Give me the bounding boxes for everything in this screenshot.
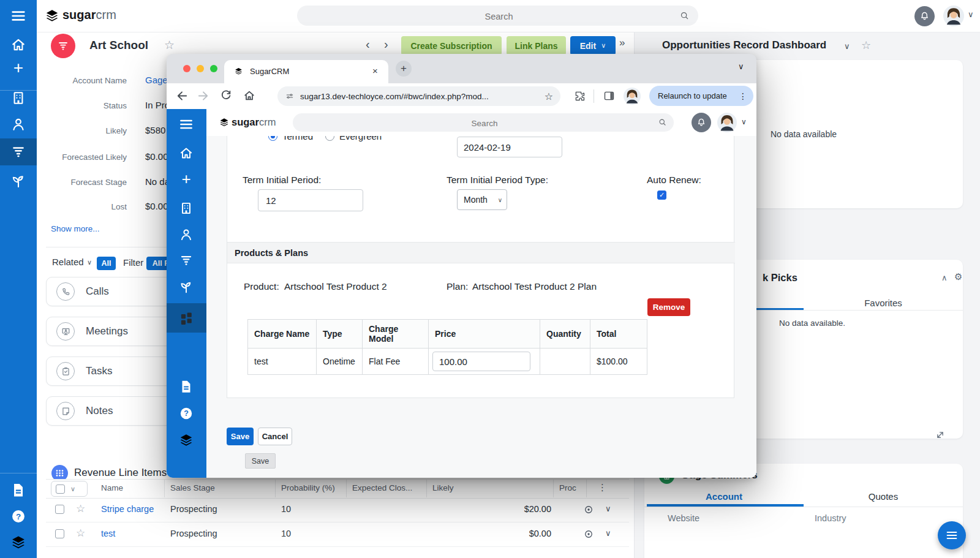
dashboard-star-icon[interactable]: ☆ xyxy=(861,39,871,52)
relaunch-to-update-button[interactable]: Relaunch to update ⋮ xyxy=(649,86,753,106)
window-zoom-light[interactable] xyxy=(210,65,217,72)
global-search[interactable] xyxy=(297,6,698,26)
forward-icon[interactable] xyxy=(196,89,210,103)
record-next-icon[interactable]: › xyxy=(384,37,388,51)
notifications-button[interactable] xyxy=(914,6,935,26)
save-button[interactable]: Save xyxy=(227,428,254,445)
select-menu-chevron-icon[interactable]: ∨ xyxy=(70,485,75,493)
col-probability[interactable]: Probability (%) xyxy=(281,483,335,492)
link-plans-button[interactable]: Link Plans xyxy=(507,36,566,55)
col-expected-close[interactable]: Expected Clos... xyxy=(352,483,412,492)
gear-icon[interactable]: ⚙ xyxy=(954,271,962,282)
record-prev-icon[interactable]: ‹ xyxy=(366,37,370,51)
profile-chevron-down-icon[interactable]: ∨ xyxy=(968,10,974,19)
row-checkbox[interactable] xyxy=(55,505,64,514)
bwc-active-module[interactable] xyxy=(167,303,206,333)
sidebar-item-accounts[interactable] xyxy=(10,89,27,107)
browser-tab[interactable]: SugarCRM × xyxy=(224,60,388,83)
extensions-puzzle-icon[interactable] xyxy=(573,89,586,102)
row-expand-chevron-icon[interactable]: ∨ xyxy=(605,529,611,538)
window-minimize-light[interactable] xyxy=(197,65,204,72)
bwc-opportunities-icon[interactable] xyxy=(178,252,194,268)
window-close-light[interactable] xyxy=(183,65,190,72)
table-settings-kebab-icon[interactable]: ⋮ xyxy=(598,482,607,493)
term-period-input[interactable] xyxy=(258,189,363,211)
related-all-pill[interactable]: All xyxy=(97,257,116,270)
sidebar-item-documents[interactable] xyxy=(10,481,27,499)
bwc-sugar-apps-icon[interactable] xyxy=(178,432,194,448)
bwc-accounts-icon[interactable] xyxy=(178,200,194,216)
col-sales-stage[interactable]: Sales Stage xyxy=(170,483,215,492)
col-likely[interactable]: Likely xyxy=(432,483,454,492)
table-row[interactable]: ☆ test Prospecting 10 $0.00 ∨ xyxy=(46,522,629,547)
bwc-leads-icon[interactable] xyxy=(178,279,194,295)
tab-account[interactable]: Account xyxy=(644,489,804,503)
term-type-select[interactable]: Month ∨ xyxy=(457,189,507,210)
browser-profile-avatar[interactable] xyxy=(624,88,641,105)
create-subscription-button[interactable]: Create Subscription xyxy=(401,36,502,55)
back-icon[interactable] xyxy=(175,89,189,103)
collapse-chevron-up-icon[interactable]: ∧ xyxy=(941,273,948,282)
col-name[interactable]: Name xyxy=(101,483,123,492)
address-bar[interactable]: sugar13.dev-techloyce.com/#bwc/index.php… xyxy=(277,86,560,106)
row-star-icon[interactable]: ☆ xyxy=(76,527,85,540)
radio-evergreen-label[interactable]: Evergreen xyxy=(339,136,382,141)
tab-quotes[interactable]: Quotes xyxy=(804,489,963,503)
row-name-link[interactable]: test xyxy=(101,529,115,538)
global-search-input[interactable] xyxy=(297,6,701,27)
tab-favorites[interactable]: Favorites xyxy=(804,295,963,310)
bwc-documents-icon[interactable] xyxy=(178,379,194,394)
radio-evergreen[interactable] xyxy=(325,136,334,141)
sidebar-menu-button[interactable] xyxy=(0,0,37,32)
browser-home-icon[interactable] xyxy=(243,89,256,102)
favorite-star-icon[interactable]: ☆ xyxy=(164,38,175,52)
related-chevron-down-icon[interactable]: ∨ xyxy=(87,258,92,266)
related-label[interactable]: Related xyxy=(52,257,84,267)
tab-close-icon[interactable]: × xyxy=(372,66,378,76)
row-checkbox[interactable] xyxy=(55,529,64,538)
bwc-user-avatar[interactable] xyxy=(717,113,737,132)
dashboard-chevron-down-icon[interactable]: ∨ xyxy=(844,42,850,51)
row-star-icon[interactable]: ☆ xyxy=(76,502,85,515)
show-more-link[interactable]: Show more... xyxy=(51,224,100,233)
bwc-home-icon[interactable] xyxy=(178,145,194,161)
row-name-link[interactable]: Stripe charge xyxy=(101,504,154,514)
bwc-notifications-button[interactable] xyxy=(692,113,711,132)
reload-icon[interactable] xyxy=(219,89,233,102)
user-avatar[interactable] xyxy=(943,6,964,26)
bwc-help-icon[interactable] xyxy=(178,405,194,421)
sidebar-item-leads[interactable] xyxy=(10,172,27,189)
resize-icon[interactable] xyxy=(934,429,946,441)
select-all-control[interactable]: ∨ xyxy=(51,481,88,497)
row-preview-icon[interactable] xyxy=(583,529,594,540)
row-preview-icon[interactable] xyxy=(583,504,594,515)
bwc-create-icon[interactable]: + xyxy=(178,170,194,186)
bookmark-star-icon[interactable]: ☆ xyxy=(545,91,553,102)
price-input[interactable] xyxy=(432,352,530,371)
field-value-account-name[interactable]: Gage xyxy=(145,75,168,85)
radio-termed[interactable] xyxy=(268,136,277,141)
sidebar-item-create[interactable]: + xyxy=(10,59,27,76)
sidebar-item-opportunities-active[interactable] xyxy=(0,138,37,165)
browser-window[interactable]: SugarCRM × + ∨ sugar13.dev-techloyce.com… xyxy=(167,54,756,478)
url-text[interactable]: sugar13.dev-techloyce.com/#bwc/index.php… xyxy=(300,92,545,101)
sidebar-item-home[interactable] xyxy=(10,36,27,53)
cancel-button[interactable]: Cancel xyxy=(258,428,292,445)
auto-renew-checkbox[interactable]: ✓ xyxy=(657,190,666,200)
table-row[interactable]: ☆ Stripe charge Prospecting 10 $20.00 ∨ xyxy=(46,497,629,522)
start-date-input[interactable] xyxy=(457,137,562,157)
bwc-contacts-icon[interactable] xyxy=(178,227,194,243)
new-tab-button[interactable]: + xyxy=(396,61,412,77)
col-product[interactable]: Proc xyxy=(559,483,576,492)
radio-termed-label[interactable]: Termed xyxy=(282,136,313,141)
sidebar-item-contacts[interactable] xyxy=(10,116,27,133)
dashboard-title[interactable]: Opportunities Record Dashboard xyxy=(662,39,826,51)
floating-menu-button[interactable] xyxy=(938,521,966,549)
sidebar-item-sugar-apps[interactable] xyxy=(10,534,27,551)
row-expand-chevron-icon[interactable]: ∨ xyxy=(605,504,611,513)
window-chevron-down-icon[interactable]: ∨ xyxy=(738,62,744,71)
more-actions-icon[interactable]: » xyxy=(619,37,625,49)
select-all-checkbox[interactable] xyxy=(56,484,65,494)
site-settings-tune-icon[interactable] xyxy=(285,91,295,101)
sidebar-item-help[interactable] xyxy=(10,508,27,525)
